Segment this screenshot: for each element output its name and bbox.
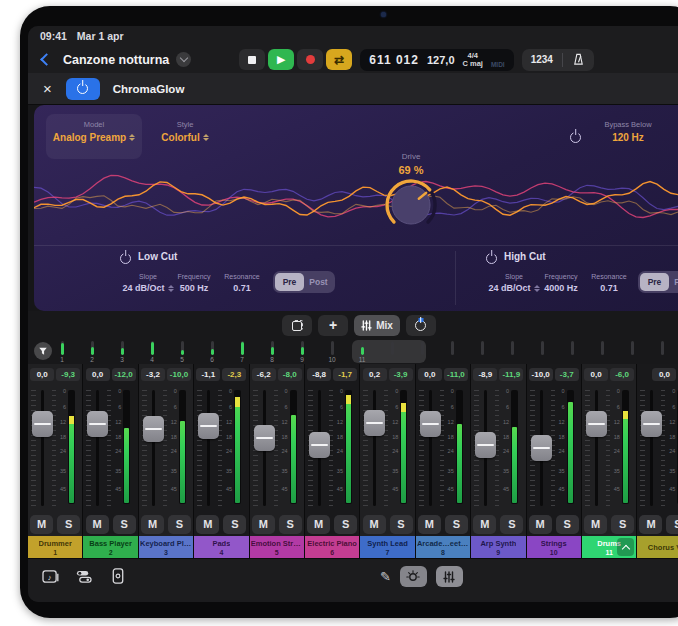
model-select[interactable]: Model Analog Preamp bbox=[46, 114, 142, 159]
title-dropdown-button[interactable] bbox=[176, 52, 191, 67]
overview-track-meter[interactable] bbox=[385, 341, 399, 356]
overview-track-meter[interactable]: 3 bbox=[115, 341, 129, 363]
track-controls-button[interactable] bbox=[74, 566, 94, 586]
mute-button[interactable]: M bbox=[473, 515, 496, 534]
track-label[interactable]: Emotion Strings5 bbox=[250, 536, 304, 558]
solo-button[interactable]: S bbox=[500, 515, 523, 534]
track-label[interactable]: Chorus V bbox=[637, 536, 678, 558]
edit-pencil-icon[interactable]: ✎ bbox=[380, 569, 391, 584]
lcd-display[interactable]: 611 012 127,0 4/4 C maj MIDI bbox=[360, 49, 513, 71]
pre-button[interactable]: Pre bbox=[640, 273, 669, 291]
track-label[interactable]: Electric Piano6 bbox=[305, 536, 359, 558]
post-button[interactable]: Post bbox=[669, 273, 678, 291]
overview-track-meter[interactable] bbox=[445, 341, 459, 356]
plugin-power-button[interactable] bbox=[66, 78, 100, 100]
close-icon[interactable]: × bbox=[43, 81, 52, 96]
volume-fader[interactable] bbox=[364, 410, 385, 436]
mute-button[interactable]: M bbox=[529, 515, 552, 534]
style-select[interactable]: Style Colorful bbox=[146, 120, 224, 143]
track-label[interactable]: Synth Lead7 bbox=[360, 536, 414, 558]
mix-view-button[interactable]: Mix bbox=[354, 315, 400, 336]
volume-fader[interactable] bbox=[87, 411, 108, 437]
plugins-button[interactable] bbox=[108, 566, 128, 586]
mute-button[interactable]: M bbox=[30, 515, 53, 534]
high-cut-power-icon[interactable] bbox=[486, 250, 497, 268]
volume-fader[interactable] bbox=[309, 432, 330, 458]
add-track-button[interactable]: + bbox=[318, 315, 348, 336]
solo-button[interactable]: S bbox=[611, 515, 634, 534]
mute-button[interactable]: M bbox=[252, 515, 275, 534]
volume-fader[interactable] bbox=[586, 411, 607, 437]
mute-button[interactable]: M bbox=[639, 515, 662, 534]
faders-view-button[interactable] bbox=[436, 566, 463, 587]
duplicate-button[interactable] bbox=[282, 315, 312, 336]
low-cut-power-icon[interactable] bbox=[120, 250, 131, 268]
mute-button[interactable]: M bbox=[584, 515, 607, 534]
mute-button[interactable]: M bbox=[86, 515, 109, 534]
drive-knob[interactable] bbox=[383, 177, 439, 233]
filter-button[interactable] bbox=[34, 342, 52, 360]
mute-button[interactable]: M bbox=[196, 515, 219, 534]
metronome-icon[interactable] bbox=[572, 53, 585, 66]
mute-button[interactable]: M bbox=[418, 515, 441, 534]
high-cut-slope[interactable]: Slope 24 dB/Oct bbox=[487, 273, 541, 293]
overview-track-meter[interactable] bbox=[625, 341, 639, 356]
track-label[interactable]: Pads4 bbox=[194, 536, 248, 558]
overview-track-meter[interactable]: 7 bbox=[235, 341, 249, 363]
solo-button[interactable]: S bbox=[334, 515, 357, 534]
song-title[interactable]: Canzone notturna bbox=[63, 53, 169, 67]
overview-track-meter[interactable]: 11 bbox=[355, 341, 369, 363]
bypass-below-control[interactable]: Bypass Below 120 Hz bbox=[590, 120, 666, 143]
overview-track-meter[interactable] bbox=[505, 341, 519, 356]
overview-track-meter[interactable] bbox=[595, 341, 609, 356]
track-label[interactable]: Arp Synth9 bbox=[471, 536, 525, 558]
mixer-power-button[interactable] bbox=[406, 315, 436, 336]
overview-track-meter[interactable]: 9 bbox=[295, 341, 309, 363]
track-label[interactable]: Bass Player2 bbox=[83, 536, 137, 558]
overview-track-meter[interactable]: 10 bbox=[325, 341, 339, 363]
volume-fader[interactable] bbox=[32, 411, 53, 437]
low-cut-frequency[interactable]: Frequency 500 Hz bbox=[170, 273, 218, 293]
post-button[interactable]: Post bbox=[304, 273, 333, 291]
low-cut-slope[interactable]: Slope 24 dB/Oct bbox=[121, 273, 175, 293]
overview-track-meter[interactable]: 2 bbox=[85, 341, 99, 363]
volume-fader[interactable] bbox=[198, 413, 219, 439]
overview-track-meter[interactable]: 8 bbox=[265, 341, 279, 363]
solo-button[interactable]: S bbox=[279, 515, 302, 534]
controls-view-button[interactable] bbox=[400, 566, 427, 587]
volume-fader[interactable] bbox=[531, 435, 552, 461]
volume-fader[interactable] bbox=[420, 411, 441, 437]
track-label[interactable]: Arcade…eet Pad8 bbox=[416, 536, 470, 558]
back-icon[interactable] bbox=[40, 53, 53, 66]
level-control[interactable]: Level 0.0 bbox=[662, 120, 678, 143]
volume-fader[interactable] bbox=[641, 411, 662, 437]
browser-button[interactable]: ♪ bbox=[40, 566, 60, 586]
solo-button[interactable]: S bbox=[390, 515, 413, 534]
track-label[interactable]: Drummer1 bbox=[28, 536, 82, 558]
volume-fader[interactable] bbox=[475, 432, 496, 458]
overview-track-meter[interactable] bbox=[415, 341, 429, 356]
volume-fader[interactable] bbox=[254, 425, 275, 451]
collapse-chevron-button[interactable] bbox=[617, 538, 634, 556]
solo-button[interactable]: S bbox=[556, 515, 579, 534]
overview-track-meter[interactable]: 6 bbox=[205, 341, 219, 363]
solo-button[interactable]: S bbox=[223, 515, 246, 534]
mute-button[interactable]: M bbox=[307, 515, 330, 534]
overview-track-meter[interactable] bbox=[565, 341, 579, 356]
track-label[interactable]: Strings10 bbox=[527, 536, 581, 558]
mute-button[interactable]: M bbox=[141, 515, 164, 534]
play-button[interactable]: ▶ bbox=[268, 49, 294, 70]
stop-button[interactable] bbox=[239, 49, 265, 70]
low-cut-resonance[interactable]: Resonance 0.71 bbox=[218, 273, 266, 293]
solo-button[interactable]: S bbox=[113, 515, 136, 534]
solo-button[interactable]: S bbox=[57, 515, 80, 534]
pre-button[interactable]: Pre bbox=[275, 273, 304, 291]
solo-button[interactable]: S bbox=[168, 515, 191, 534]
cycle-button[interactable]: ⇄ bbox=[326, 49, 352, 70]
overview-track-meter[interactable]: 4 bbox=[145, 341, 159, 363]
solo-button[interactable]: S bbox=[666, 515, 678, 534]
bypass-power-icon[interactable] bbox=[570, 129, 581, 147]
overview-track-meter[interactable]: 5 bbox=[175, 341, 189, 363]
overview-track-meter[interactable] bbox=[535, 341, 549, 356]
mute-button[interactable]: M bbox=[363, 515, 386, 534]
